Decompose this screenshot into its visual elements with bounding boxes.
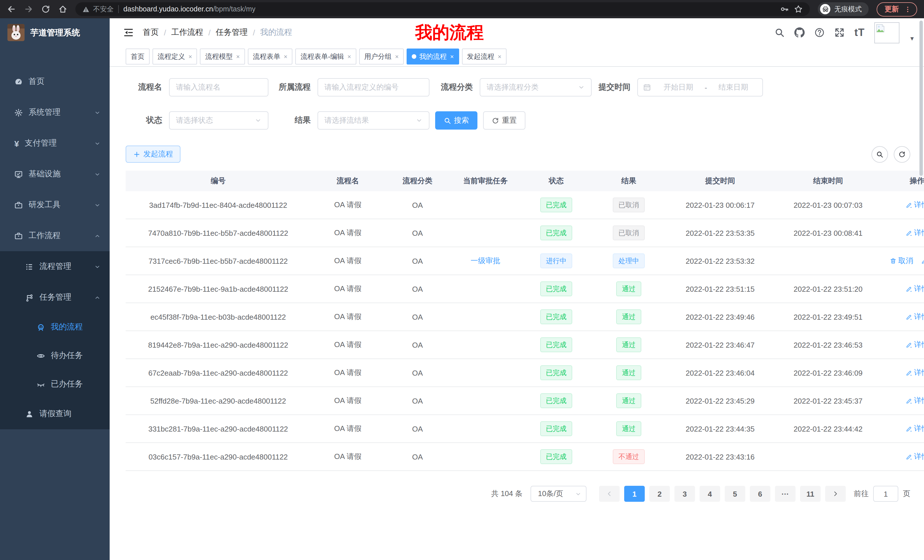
- help-icon[interactable]: [814, 27, 825, 38]
- toggle-search-button[interactable]: [872, 146, 888, 162]
- tab-my-process[interactable]: 我的流程×: [406, 48, 459, 64]
- next-page-button[interactable]: [825, 486, 846, 502]
- start-date-input[interactable]: 开始日期: [654, 82, 702, 93]
- eye-closed-icon: [36, 380, 45, 388]
- tab-process-form[interactable]: 流程表单×: [248, 48, 292, 64]
- user-avatar[interactable]: [874, 22, 900, 43]
- passwords-key-icon[interactable]: [780, 4, 789, 14]
- logo-link[interactable]: 芋道管理系统: [0, 18, 110, 47]
- tab-start-process[interactable]: 发起流程×: [462, 48, 507, 64]
- submit-time-cell: 2022-01-22 23:49:46: [666, 303, 774, 331]
- page-button-2[interactable]: 2: [650, 486, 670, 502]
- sidebar-item-system[interactable]: 系统管理: [0, 97, 110, 128]
- tab-process-model[interactable]: 流程模型×: [200, 48, 245, 64]
- browser-back-icon[interactable]: [7, 4, 16, 14]
- search-button[interactable]: 搜索: [435, 111, 477, 130]
- tab-user-group[interactable]: 用户分组×: [359, 48, 404, 64]
- page-button-4[interactable]: 4: [700, 486, 720, 502]
- pagination-ellipsis[interactable]: ···: [775, 486, 795, 502]
- breadcrumb-item[interactable]: 任务管理: [216, 27, 248, 38]
- scrollbar-thumb[interactable]: [920, 21, 923, 176]
- tab-close-icon[interactable]: ×: [395, 53, 399, 60]
- submit-time-range-picker[interactable]: 开始日期 - 结束日期: [638, 78, 763, 96]
- sidebar-item-infra[interactable]: 基础设施: [0, 159, 110, 190]
- sidebar: 芋道管理系统 首页系统管理¥支付管理基础设施研发工具工作流程流程管理任务管理我的…: [0, 18, 110, 560]
- page-size-select[interactable]: 10条/页: [531, 486, 586, 502]
- sidebar-item-process-mgmt[interactable]: 流程管理: [0, 251, 110, 282]
- reset-button[interactable]: 重置: [483, 111, 525, 130]
- end-time-cell: 2022-01-22 23:45:37: [774, 387, 882, 415]
- browser-menu-dots-icon[interactable]: [904, 5, 911, 13]
- tab-process-definition[interactable]: 流程定义×: [153, 48, 197, 64]
- browser-update-button[interactable]: 更新: [877, 2, 917, 16]
- sidebar-item-home[interactable]: 首页: [0, 66, 110, 97]
- browser-home-icon[interactable]: [58, 4, 68, 14]
- tab-close-icon[interactable]: ×: [236, 53, 240, 60]
- tab-close-icon[interactable]: ×: [284, 53, 288, 60]
- tab-process-form-edit[interactable]: 流程表单-编辑×: [296, 48, 356, 64]
- red-overlay-title: 我的流程: [415, 21, 484, 45]
- status-badge: 已完成: [540, 365, 572, 380]
- page-button-5[interactable]: 5: [725, 486, 745, 502]
- pencil-icon: [906, 229, 912, 236]
- browser-forward-icon[interactable]: [24, 4, 33, 14]
- process-category-cell: OA: [385, 247, 450, 275]
- sidebar-item-devtools[interactable]: 研发工具: [0, 190, 110, 220]
- create-process-button[interactable]: 发起流程: [126, 145, 180, 163]
- page-button-11[interactable]: 11: [800, 486, 820, 502]
- gear-icon: [14, 108, 23, 117]
- sidebar-item-payment[interactable]: ¥支付管理: [0, 128, 110, 159]
- table-header-row: 编号流程名流程分类当前审批任务状态结果提交时间结束时间操作: [126, 171, 924, 191]
- tab-close-icon[interactable]: ×: [189, 53, 192, 60]
- prev-page-button[interactable]: [599, 486, 620, 502]
- search-icon: [444, 117, 451, 124]
- fullscreen-icon[interactable]: [834, 27, 844, 38]
- sidebar-item-leave-query[interactable]: 请假查询: [0, 398, 110, 429]
- sidebar-item-label: 系统管理: [28, 107, 60, 118]
- breadcrumb-item[interactable]: 首页: [143, 27, 159, 38]
- sidebar-item-my-process[interactable]: 我的流程: [0, 313, 110, 341]
- header-search-icon[interactable]: [774, 27, 784, 38]
- process-name-cell: OA 请假: [310, 247, 385, 275]
- page-button-6[interactable]: 6: [750, 486, 770, 502]
- end-date-input[interactable]: 结束日期: [709, 82, 757, 93]
- sidebar-item-todo-tasks[interactable]: 待办任务: [0, 341, 110, 370]
- sidebar-item-workflow[interactable]: 工作流程: [0, 220, 110, 251]
- column-header: 编号: [126, 171, 310, 191]
- result-cell: 通过: [592, 415, 666, 443]
- tab-close-icon[interactable]: ×: [348, 53, 351, 60]
- sidebar-item-done-tasks[interactable]: 已办任务: [0, 370, 110, 398]
- user-menu-caret-icon[interactable]: ▼: [909, 35, 915, 41]
- tab-close-icon[interactable]: ×: [498, 53, 501, 60]
- process-category-cell: OA: [385, 331, 450, 359]
- bookmark-star-icon[interactable]: [794, 4, 803, 14]
- process-definition-input[interactable]: 请输入流程定义的编号: [318, 78, 429, 96]
- process-category-select[interactable]: 请选择流程分类: [480, 78, 592, 96]
- refresh-table-button[interactable]: [894, 146, 910, 162]
- cancel-action-link[interactable]: 取消: [890, 256, 913, 266]
- tab-home[interactable]: 首页: [126, 48, 150, 64]
- security-status[interactable]: 不安全: [82, 4, 114, 14]
- result-badge: 通过: [616, 365, 641, 380]
- yen-icon: ¥: [14, 139, 19, 148]
- current-task-cell: 一级审批: [450, 247, 521, 275]
- breadcrumb-item[interactable]: 工作流程: [171, 27, 203, 38]
- github-icon[interactable]: [794, 27, 805, 38]
- result-cell: 通过: [592, 387, 666, 415]
- address-bar[interactable]: 不安全 dashboard.yudao.iocoder.cn/bpm/task/…: [75, 2, 810, 16]
- briefcase-icon: [14, 232, 23, 240]
- process-name-input[interactable]: 请输入流程名: [169, 78, 268, 96]
- text-size-icon[interactable]: tT: [854, 27, 865, 39]
- page-button-1[interactable]: 1: [624, 486, 645, 502]
- app-title: 芋道管理系统: [30, 27, 80, 38]
- tab-close-icon[interactable]: ×: [450, 53, 454, 60]
- status-select[interactable]: 请选择状态: [169, 111, 268, 130]
- sidebar-item-task-mgmt[interactable]: 任务管理: [0, 282, 110, 313]
- page-button-3[interactable]: 3: [675, 486, 695, 502]
- current-task-link[interactable]: 一级审批: [471, 256, 500, 265]
- sidebar-collapse-icon[interactable]: [123, 27, 134, 38]
- result-select[interactable]: 请选择流结果: [318, 111, 429, 130]
- browser-reload-icon[interactable]: [41, 4, 50, 14]
- tab-label: 发起流程: [467, 52, 494, 61]
- goto-page-input[interactable]: [873, 486, 898, 502]
